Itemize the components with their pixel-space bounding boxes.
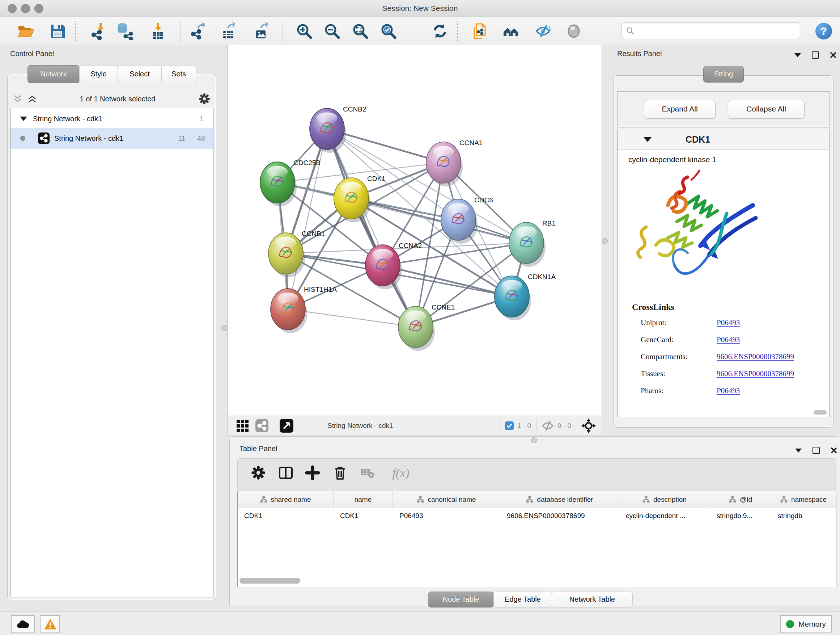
copy-network-to-clipboard-button[interactable]	[471, 22, 489, 40]
network-canvas[interactable]: CCNB2CCNA1CDC25BCDK1CDC6RB1CCNB1CCNA2CDK…	[227, 45, 602, 416]
tab-node-table[interactable]: Node Table	[428, 592, 494, 608]
crosslink-value-link[interactable]: 9606.ENSP00000378699	[717, 352, 794, 361]
memory-button[interactable]: Memory	[780, 615, 832, 633]
network-node[interactable]: HIST1H1A	[271, 286, 337, 333]
table-panel-collapse-button[interactable]	[795, 448, 802, 453]
column-header-description[interactable]: description	[619, 491, 710, 508]
create-column-button[interactable]	[305, 465, 321, 481]
warnings-button[interactable]	[41, 615, 60, 633]
expand-all-button[interactable]: Expand All	[644, 100, 715, 119]
zoom-out-button[interactable]	[324, 22, 341, 40]
delete-column-button[interactable]	[332, 465, 348, 481]
zoom-in-button[interactable]	[295, 22, 313, 40]
network-node[interactable]: CDKN1A	[494, 273, 556, 320]
collapse-all-icon[interactable]	[13, 95, 22, 103]
show-graphics-details-button[interactable]	[565, 22, 583, 40]
selected-checkbox-icon[interactable]	[505, 421, 514, 430]
save-icon	[49, 22, 66, 40]
column-header-name[interactable]: name	[333, 491, 393, 508]
zoom-fit-button[interactable]	[352, 22, 369, 40]
tab-network[interactable]: Network	[27, 65, 80, 83]
tab-network-table[interactable]: Network Table	[552, 592, 633, 608]
export-table-button[interactable]	[220, 22, 238, 40]
table-cell[interactable]: 9606.ENSP00000378699	[500, 508, 619, 524]
cloud-status-button[interactable]	[11, 615, 35, 633]
selected-node-edge-counts: 1 - 0	[517, 422, 531, 430]
tab-select[interactable]: Select	[118, 65, 162, 83]
collection-expand-icon[interactable]	[20, 117, 27, 121]
hide-results-button[interactable]	[534, 22, 552, 40]
tab-sets[interactable]: Sets	[161, 65, 196, 83]
export-network-button[interactable]	[189, 22, 207, 40]
zoom-fit-icon	[352, 22, 369, 40]
network-node[interactable]: RB1	[509, 219, 556, 267]
import-table-button[interactable]	[149, 22, 167, 40]
collapse-all-button[interactable]: Collapse All	[728, 100, 805, 119]
results-scrollbar-thumb[interactable]	[813, 410, 827, 415]
column-tree-icon	[417, 496, 424, 503]
network-graph[interactable]: CCNB2CCNA1CDC25BCDK1CDC6RB1CCNB1CCNA2CDK…	[227, 45, 602, 416]
export-image-button[interactable]	[253, 22, 270, 40]
network-view-icon[interactable]	[255, 419, 269, 432]
results-panel-close-button[interactable]	[830, 52, 836, 58]
results-panel-collapse-button[interactable]	[794, 53, 801, 57]
selection-status-text: 1 of 1 Network selected	[37, 95, 198, 103]
left-splitter-handle[interactable]	[221, 325, 227, 331]
import-network-button[interactable]	[91, 22, 108, 40]
column-header-databaseidentifier[interactable]: database identifier	[500, 491, 619, 508]
show-columns-button[interactable]	[278, 465, 294, 481]
network-row-selected[interactable]: String Network - cdk1 11 48	[11, 128, 213, 149]
tab-edge-table[interactable]: Edge Table	[493, 592, 552, 608]
help-button[interactable]: ?	[815, 23, 832, 40]
open-session-button[interactable]	[17, 22, 34, 40]
table-cell[interactable]: stringdb	[771, 508, 836, 524]
crosslink-value-link[interactable]: 9606.ENSP00000378699	[717, 369, 794, 378]
table-row[interactable]: CDK1CDK1P064939606.ENSP00000378699cyclin…	[238, 508, 836, 524]
crosslink-label: Compartments:	[641, 352, 717, 361]
delete-table-button[interactable]	[360, 465, 376, 481]
save-session-button[interactable]	[49, 22, 66, 40]
crosslink-value-link[interactable]: P06493	[717, 386, 740, 395]
column-header-id[interactable]: @id	[710, 491, 771, 508]
network-node[interactable]: CCNE1	[398, 303, 455, 351]
import-database-button[interactable]	[116, 22, 134, 40]
table-cell[interactable]: stringdb:9...	[710, 508, 771, 524]
search-input[interactable]	[637, 24, 798, 38]
network-node[interactable]: CCNB2	[309, 105, 366, 153]
table-cell[interactable]: P06493	[393, 508, 500, 524]
table-panel-close-button[interactable]	[831, 447, 837, 454]
bottom-splitter-handle[interactable]	[531, 437, 537, 443]
protein-expand-icon[interactable]	[644, 137, 652, 142]
window-title: Session: New Session	[0, 0, 840, 17]
column-header-canonicalname[interactable]: canonical name	[393, 491, 500, 508]
string-home-button[interactable]	[502, 22, 519, 40]
table-cell[interactable]: CDK1	[238, 508, 333, 524]
function-builder-button[interactable]: f(x)	[387, 465, 415, 481]
zoom-selected-button[interactable]	[380, 22, 397, 40]
protein-section-header[interactable]: CDK1	[617, 129, 829, 150]
table-panel-float-button[interactable]	[813, 447, 820, 454]
tab-string[interactable]: String	[703, 66, 744, 82]
tab-style[interactable]: Style	[79, 65, 118, 83]
crosslink-value-link[interactable]: P06493	[717, 335, 740, 344]
table-hscrollbar-thumb[interactable]	[240, 578, 300, 584]
refresh-layout-button[interactable]	[431, 22, 448, 40]
grid-view-icon[interactable]	[235, 419, 249, 432]
network-node[interactable]: CCNA2	[365, 242, 422, 289]
expand-all-icon[interactable]	[27, 95, 37, 103]
results-panel-float-button[interactable]	[812, 51, 819, 59]
fit-selected-crosshair-icon[interactable]	[581, 418, 597, 434]
column-header-sharedname[interactable]: shared name	[238, 491, 333, 508]
table-cell[interactable]: CDK1	[333, 508, 393, 524]
right-splitter-handle[interactable]	[602, 238, 608, 244]
network-collection-row[interactable]: String Network - cdk1 1	[11, 111, 213, 126]
table-cell[interactable]: cyclin-dependent ...	[619, 508, 710, 524]
network-node[interactable]: CDC6	[441, 196, 493, 244]
node-table: shared namenamecanonical namedatabase id…	[237, 491, 836, 587]
table-options-button[interactable]	[251, 465, 267, 481]
network-node[interactable]: CCNA1	[426, 139, 483, 187]
column-header-namespace[interactable]: namespace	[771, 491, 836, 508]
crosslink-value-link[interactable]: P06493	[717, 318, 740, 327]
network-options-gear-icon[interactable]	[198, 93, 210, 105]
open-in-window-icon[interactable]	[279, 418, 294, 433]
